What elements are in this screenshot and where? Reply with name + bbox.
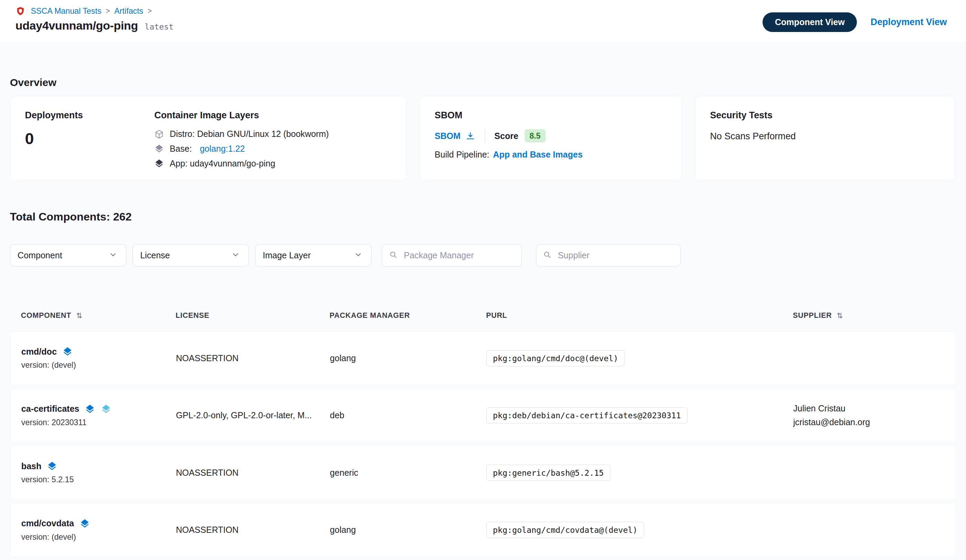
layers-icon [47, 461, 57, 471]
table-header-row: COMPONENT ⇅ LICENSE PACKAGE MANAGER PURL… [10, 303, 956, 328]
table-row[interactable]: cmd/doc version: (devel) NOASSERTION gol… [10, 331, 956, 385]
table-row[interactable]: bash version: 5.2.15 NOASSERTION generic… [10, 445, 956, 499]
image-layer-filter-value: Image Layer [263, 251, 310, 260]
package-manager-search [382, 244, 522, 266]
base-layer-row: Base: golang:1.22 [154, 141, 391, 156]
security-tests-card: Security Tests No Scans Performed [695, 96, 956, 181]
package-manager-search-input[interactable] [404, 251, 515, 260]
package-manager-cell: generic [330, 468, 486, 478]
sbom-card: SBOM SBOM Score 8.5 Build Pipeline: App … [420, 96, 682, 181]
sbom-link[interactable]: SBOM [435, 131, 461, 141]
app-label: App: uday4vunnam/go-ping [170, 159, 275, 169]
build-pipeline-row: Build Pipeline: App and Base Images [435, 150, 667, 160]
main-content: Overview Deployments 0 Container Image L… [0, 75, 966, 557]
license-cell: NOASSERTION [176, 525, 330, 535]
license-cell: NOASSERTION [176, 353, 330, 363]
license-cell: NOASSERTION [176, 468, 330, 478]
image-layer-filter-select[interactable]: Image Layer [255, 244, 371, 266]
overview-heading: Overview [10, 75, 956, 90]
container-image-layers-heading: Container Image Layers [154, 110, 391, 121]
security-tests-heading: Security Tests [710, 110, 940, 121]
layers-stack-icon [154, 159, 164, 169]
component-name: cmd/covdata [21, 518, 74, 528]
supplier-email: jcristau@debian.org [793, 417, 945, 427]
supplier-cell [793, 528, 945, 532]
component-cell: ca-certificates version: 20230311 [21, 404, 176, 427]
deployments-section: Deployments 0 [25, 110, 154, 167]
page-title: uday4vunnam/go-ping [15, 19, 138, 32]
component-cell: cmd/covdata version: (devel) [21, 518, 176, 542]
package-manager-cell: deb [330, 410, 486, 420]
supplier-name: Julien Cristau [793, 403, 945, 413]
deployment-view-link[interactable]: Deployment View [871, 17, 947, 28]
chevron-down-icon [354, 251, 364, 260]
column-header-supplier[interactable]: SUPPLIER ⇅ [793, 311, 945, 320]
score-label: Score [495, 131, 519, 141]
build-pipeline-link[interactable]: App and Base Images [493, 150, 583, 160]
container-image-layers-section: Container Image Layers Distro: Debian GN… [154, 110, 391, 167]
purl-chip: pkg:generic/bash@5.2.15 [486, 465, 610, 481]
component-name: ca-certificates [21, 404, 79, 414]
supplier-search [536, 244, 681, 266]
sort-icon[interactable]: ⇅ [836, 311, 843, 320]
component-version: version: (devel) [21, 532, 176, 542]
component-cell: cmd/doc version: (devel) [21, 346, 176, 370]
component-filter-value: Component [18, 251, 62, 260]
component-version: version: (devel) [21, 360, 176, 370]
package-manager-cell: golang [330, 525, 486, 535]
vertical-divider [485, 129, 485, 143]
supplier-search-input[interactable] [558, 251, 674, 260]
license-filter-value: License [140, 251, 170, 260]
score-badge: 8.5 [525, 129, 545, 142]
column-header-purl: PURL [486, 311, 793, 320]
component-name: cmd/doc [21, 347, 57, 357]
column-header-license: LICENSE [176, 311, 329, 320]
column-header-component[interactable]: COMPONENT ⇅ [21, 311, 176, 320]
layers-icon [79, 518, 90, 529]
cube-icon [154, 129, 164, 139]
layers-icon [85, 404, 95, 414]
purl-chip: pkg:golang/cmd/covdata@(devel) [486, 522, 644, 538]
base-image-link[interactable]: golang:1.22 [200, 144, 245, 154]
component-filter-select[interactable]: Component [10, 244, 127, 266]
license-cell: GPL-2.0-only, GPL-2.0-or-later, M... [176, 410, 330, 420]
purl-chip: pkg:golang/cmd/doc@(devel) [486, 350, 625, 366]
artifact-tag: latest [145, 22, 174, 31]
deployments-heading: Deployments [25, 110, 154, 121]
view-toggle: Component View Deployment View [762, 12, 947, 32]
distro-layer-row: Distro: Debian GNU/Linux 12 (bookworm) [154, 126, 391, 141]
security-tests-status: No Scans Performed [710, 131, 940, 142]
ssca-shield-logo-icon [15, 6, 25, 16]
build-pipeline-label: Build Pipeline: [435, 150, 490, 160]
deployments-count: 0 [25, 129, 154, 148]
table-row[interactable]: cmd/covdata version: (devel) NOASSERTION… [10, 503, 956, 557]
sbom-heading: SBOM [435, 110, 667, 121]
component-cell: bash version: 5.2.15 [21, 461, 176, 484]
breadcrumb-link-artifacts[interactable]: Artifacts [114, 7, 143, 16]
layers-icon-secondary [101, 404, 111, 414]
download-sbom-icon[interactable] [465, 131, 475, 141]
purl-chip: pkg:deb/debian/ca-certificates@20230311 [486, 407, 687, 423]
deployments-layers-card: Deployments 0 Container Image Layers Dis… [10, 96, 407, 181]
chevron-down-icon [232, 251, 242, 260]
breadcrumb-separator: > [106, 7, 110, 15]
package-manager-cell: golang [330, 353, 486, 363]
layers-icon [154, 144, 164, 154]
app-layer-row: App: uday4vunnam/go-ping [154, 156, 391, 171]
supplier-cell [793, 471, 945, 475]
license-filter-select[interactable]: License [133, 244, 249, 266]
sbom-score-row: SBOM Score 8.5 [435, 129, 667, 143]
page-header: SSCA Manual Tests > Artifacts > uday4vun… [0, 0, 966, 43]
component-version: version: 5.2.15 [21, 475, 176, 484]
chevron-down-icon [109, 251, 119, 260]
layers-icon [62, 346, 72, 357]
supplier-cell [793, 356, 945, 360]
total-components-heading: Total Components: 262 [10, 209, 956, 225]
breadcrumb-link-ssca-manual-tests[interactable]: SSCA Manual Tests [31, 7, 101, 16]
table-row[interactable]: ca-certificates version: 20230311 GPL-2.… [10, 388, 956, 442]
component-view-button[interactable]: Component View [762, 12, 857, 32]
sort-icon[interactable]: ⇅ [76, 311, 83, 320]
search-icon [389, 251, 399, 260]
component-version: version: 20230311 [21, 418, 176, 427]
distro-label: Distro: Debian GNU/Linux 12 (bookworm) [170, 129, 329, 139]
